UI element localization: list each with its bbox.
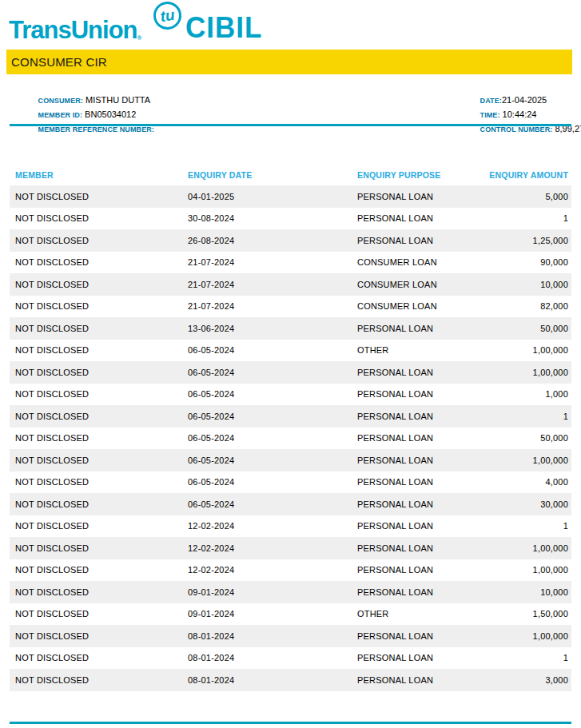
column-header-enquiry-date: ENQUIRY DATE <box>182 170 352 180</box>
table-row: NOT DISCLOSED 26-08-2024 PERSONAL LOAN 1… <box>10 229 571 252</box>
cell-enquiry-amount: 1,00,000 <box>487 631 571 641</box>
table-row: NOT DISCLOSED 12-02-2024 PERSONAL LOAN 1… <box>10 559 571 582</box>
cell-enquiry-date: 06-05-2024 <box>182 499 352 509</box>
cell-member: NOT DISCLOSED <box>10 192 182 201</box>
cell-member: NOT DISCLOSED <box>10 477 182 487</box>
cell-member: NOT DISCLOSED <box>10 389 182 399</box>
cell-member: NOT DISCLOSED <box>10 455 182 465</box>
cell-enquiry-purpose: PERSONAL LOAN <box>352 675 487 685</box>
consumer-info-left: CONSUMER: MISTHU DUTTA MEMBER ID: BN0503… <box>10 78 154 121</box>
cell-enquiry-purpose: PERSONAL LOAN <box>352 477 487 487</box>
cell-enquiry-date: 26-08-2024 <box>182 236 352 245</box>
consumer-cir-banner: CONSUMER CIR <box>6 50 572 74</box>
member-id-label: MEMBER ID: <box>38 111 83 119</box>
cell-enquiry-date: 12-02-2024 <box>182 565 352 575</box>
cell-enquiry-date: 21-07-2024 <box>182 257 352 267</box>
column-header-member: MEMBER <box>10 170 182 180</box>
cell-enquiry-amount: 1,00,000 <box>487 455 571 465</box>
bottom-divider <box>10 722 571 724</box>
cibil-wordmark: CIBIL <box>185 10 262 44</box>
cell-enquiry-date: 09-01-2024 <box>182 587 352 597</box>
cell-member: NOT DISCLOSED <box>10 345 182 355</box>
cell-enquiry-purpose: PERSONAL LOAN <box>352 236 487 245</box>
table-row: NOT DISCLOSED 12-02-2024 PERSONAL LOAN 1 <box>10 515 571 538</box>
cell-enquiry-purpose: PERSONAL LOAN <box>352 455 487 465</box>
top-divider <box>10 124 571 126</box>
cell-enquiry-purpose: PERSONAL LOAN <box>352 631 487 641</box>
cell-member: NOT DISCLOSED <box>10 412 182 421</box>
cell-enquiry-amount: 1,000 <box>487 389 571 399</box>
tu-monogram-icon: tu <box>152 0 184 31</box>
cell-enquiry-amount: 1 <box>487 521 571 531</box>
table-row: NOT DISCLOSED 06-05-2024 PERSONAL LOAN 3… <box>10 493 571 515</box>
table-row: NOT DISCLOSED 06-05-2024 PERSONAL LOAN 4… <box>10 471 571 494</box>
table-row: NOT DISCLOSED 06-05-2024 PERSONAL LOAN 1 <box>10 405 571 428</box>
cell-member: NOT DISCLOSED <box>10 236 182 245</box>
consumer-info-right: DATE:21-04-2025 TIME: 10:44:24 CONTROL N… <box>452 78 581 121</box>
consumer-name-line: CONSUMER: MISTHU DUTTA <box>10 78 154 92</box>
column-header-enquiry-purpose: ENQUIRY PURPOSE <box>352 170 487 180</box>
cell-member: NOT DISCLOSED <box>10 565 182 575</box>
cell-enquiry-amount: 3,000 <box>487 675 571 685</box>
date-value: 21-04-2025 <box>502 95 547 105</box>
cell-enquiry-purpose: CONSUMER LOAN <box>352 301 487 311</box>
cell-member: NOT DISCLOSED <box>10 257 182 267</box>
page-title: CONSUMER CIR <box>11 55 107 69</box>
cell-enquiry-date: 06-05-2024 <box>182 477 352 487</box>
cell-enquiry-amount: 4,000 <box>487 477 571 487</box>
cell-enquiry-date: 08-01-2024 <box>182 675 352 685</box>
consumer-cir-report-page: TransUnion® tu CIBIL CONSUMER CIR CONSUM… <box>0 0 581 728</box>
cell-enquiry-purpose: PERSONAL LOAN <box>352 521 487 531</box>
table-row: NOT DISCLOSED 08-01-2024 PERSONAL LOAN 1… <box>10 625 571 647</box>
cell-enquiry-purpose: PERSONAL LOAN <box>352 499 487 509</box>
cell-enquiry-date: 21-07-2024 <box>182 301 352 311</box>
table-row: NOT DISCLOSED 13-06-2024 PERSONAL LOAN 5… <box>10 317 571 340</box>
cell-enquiry-amount: 1 <box>487 213 571 223</box>
time-label: TIME: <box>480 111 500 119</box>
cell-enquiry-amount: 1,50,000 <box>487 609 571 619</box>
cell-member: NOT DISCLOSED <box>10 543 182 553</box>
cell-member: NOT DISCLOSED <box>10 521 182 531</box>
cell-member: NOT DISCLOSED <box>10 433 182 443</box>
cell-member: NOT DISCLOSED <box>10 301 182 311</box>
cell-enquiry-date: 06-05-2024 <box>182 345 352 355</box>
cell-enquiry-date: 30-08-2024 <box>182 213 352 223</box>
cell-enquiry-amount: 1,00,000 <box>487 345 571 355</box>
time-value: 10:44:24 <box>500 109 537 119</box>
member-reference-label: MEMBER REFERENCE NUMBER: <box>38 125 154 133</box>
cell-enquiry-amount: 10,000 <box>487 587 571 597</box>
cell-enquiry-date: 08-01-2024 <box>182 653 352 662</box>
cell-enquiry-date: 06-05-2024 <box>182 412 352 421</box>
cell-enquiry-purpose: CONSUMER LOAN <box>352 257 487 267</box>
cell-enquiry-purpose: PERSONAL LOAN <box>352 653 487 662</box>
cell-enquiry-amount: 10,000 <box>487 280 571 289</box>
consumer-value: MISTHU DUTTA <box>83 95 150 105</box>
date-line: DATE:21-04-2025 <box>452 78 581 92</box>
control-number-label: CONTROL NUMBER: <box>480 125 553 133</box>
cell-enquiry-amount: 90,000 <box>487 257 571 267</box>
cell-enquiry-amount: 50,000 <box>487 324 571 333</box>
cell-enquiry-date: 21-07-2024 <box>182 280 352 289</box>
transunion-wordmark: TransUnion® <box>9 16 141 45</box>
cell-enquiry-date: 04-01-2025 <box>182 192 352 201</box>
cell-enquiry-amount: 5,000 <box>487 192 571 201</box>
table-row: NOT DISCLOSED 08-01-2024 PERSONAL LOAN 3… <box>10 669 571 691</box>
table-header-row: MEMBER ENQUIRY DATE ENQUIRY PURPOSE ENQU… <box>10 165 571 185</box>
cell-enquiry-date: 06-05-2024 <box>182 455 352 465</box>
cell-enquiry-date: 13-06-2024 <box>182 324 352 333</box>
cell-enquiry-purpose: PERSONAL LOAN <box>352 587 487 597</box>
cell-member: NOT DISCLOSED <box>10 631 182 641</box>
table-row: NOT DISCLOSED 06-05-2024 PERSONAL LOAN 5… <box>10 428 571 450</box>
cell-enquiry-date: 08-01-2024 <box>182 631 352 641</box>
cell-enquiry-date: 12-02-2024 <box>182 543 352 553</box>
cell-member: NOT DISCLOSED <box>10 280 182 289</box>
member-id-value: BN05034012 <box>82 109 136 119</box>
cell-enquiry-purpose: PERSONAL LOAN <box>352 543 487 553</box>
consumer-label: CONSUMER: <box>38 97 83 105</box>
cell-enquiry-amount: 1 <box>487 412 571 421</box>
table-row: NOT DISCLOSED 04-01-2025 PERSONAL LOAN 5… <box>10 185 571 208</box>
table-row: NOT DISCLOSED 21-07-2024 CONSUMER LOAN 9… <box>10 252 571 274</box>
column-header-enquiry-amount: ENQUIRY AMOUNT <box>487 170 571 180</box>
table-row: NOT DISCLOSED 09-01-2024 OTHER 1,50,000 <box>10 603 571 626</box>
cell-enquiry-amount: 1,00,000 <box>487 543 571 553</box>
